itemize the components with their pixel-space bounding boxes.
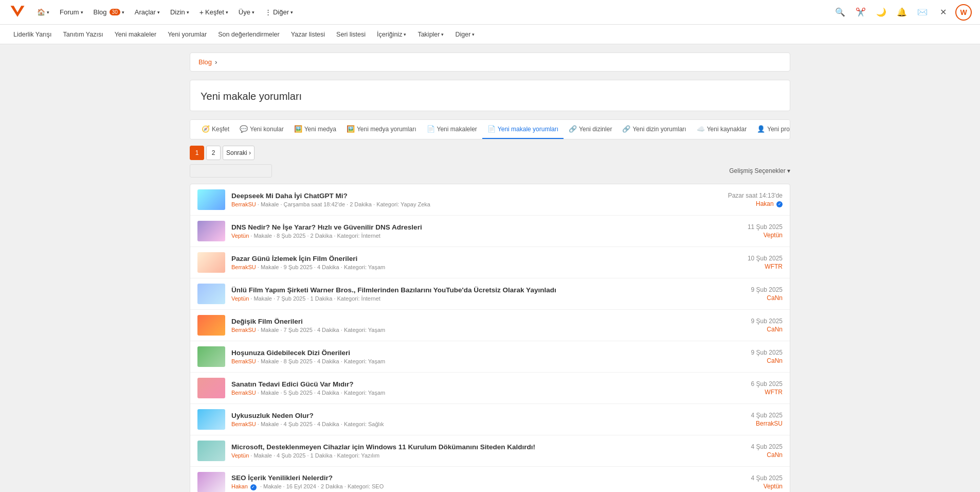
subnav-son-degerlendirmeler[interactable]: Son değerlendirmeler	[213, 25, 285, 44]
subnav-icerik[interactable]: İçeriğiniz ▾	[372, 25, 411, 44]
tab-kesfet[interactable]: 🧭 Keşfet	[196, 120, 234, 139]
next-page-button[interactable]: Sonraki ›	[223, 146, 255, 160]
article-right: 9 Şub 2025 CaNn	[736, 349, 783, 364]
nav-forum[interactable]: Forum ▾	[56, 0, 87, 25]
comment-user[interactable]: CaNn	[736, 357, 783, 364]
article-date: Pazar saat 14:13'de	[728, 192, 783, 199]
page-1-button[interactable]: 1	[190, 146, 204, 160]
article-title[interactable]: Microsoft, Desteklenmeyen Cihazlar için …	[231, 443, 730, 451]
search-button[interactable]: 🔍	[832, 4, 848, 21]
nav-kesfet[interactable]: + Keşfet ▾	[195, 0, 232, 25]
bell-icon[interactable]: 🔔	[894, 4, 910, 21]
article-author[interactable]: BerrakSU	[231, 264, 256, 270]
article-author[interactable]: BerrakSU	[231, 327, 256, 333]
tab-yeni-konular[interactable]: 💬 Yeni konular	[234, 120, 289, 139]
comment-user[interactable]: CaNn	[736, 294, 783, 302]
list-item: Pazar Günü İzlemek İçin Film Önerileri B…	[190, 247, 790, 278]
article-date: 4 Şub 2025	[736, 412, 783, 419]
subnav-yeni-yorumlar[interactable]: Yeni yorumlar	[162, 25, 212, 44]
article-date: 4 Şub 2025	[736, 475, 783, 482]
article-author[interactable]: BerrakSU	[231, 358, 256, 364]
tab-yeni-makale-yorumlari[interactable]: 📄 Yeni makale yorumları	[482, 120, 564, 139]
subnav-yeni-makaleler[interactable]: Yeni makaleler	[110, 25, 162, 44]
subnav-tanitim[interactable]: Tanıtım Yazısı	[58, 25, 108, 44]
logo[interactable]	[8, 2, 27, 22]
comment-user[interactable]: Veptün	[736, 232, 783, 239]
mail-icon[interactable]: ✉️	[914, 4, 931, 21]
forum-dropdown-icon: ▾	[81, 10, 83, 15]
tab-yeni-makaleler[interactable]: 📄 Yeni makaleler	[422, 120, 482, 139]
article-meta: BerrakSU · Makale · 5 Şub 2025 · 4 Dakik…	[231, 390, 730, 396]
close-icon[interactable]: ✕	[935, 4, 951, 21]
article-title[interactable]: Pazar Günü İzlemek İçin Film Önerileri	[231, 255, 730, 262]
blog-badge: 30	[110, 9, 120, 15]
article-right: 4 Şub 2025 BerrakSU	[736, 412, 783, 427]
list-item: DNS Nedir? Ne İşe Yarar? Hızlı ve Güveni…	[190, 216, 790, 247]
nav-blog[interactable]: Blog 30 ▾	[89, 0, 129, 25]
article-author[interactable]: BerrakSU	[231, 201, 256, 207]
article-author[interactable]: Veptün	[231, 233, 249, 239]
page-title-card: Yeni makale yorumları	[190, 80, 790, 111]
subnav-seri-listesi[interactable]: Seri listesi	[331, 25, 371, 44]
article-author[interactable]: BerrakSU	[231, 390, 256, 396]
article-meta: Veptün · Makale · 8 Şub 2025 · 2 Dakika …	[231, 233, 730, 239]
kesfet-tab-icon: 🧭	[202, 125, 210, 133]
comment-user[interactable]: CaNn	[736, 451, 783, 459]
comment-user[interactable]: CaNn	[736, 326, 783, 333]
article-title[interactable]: Ünlü Film Yapım Şirketi Warner Bros., Fi…	[231, 286, 730, 294]
page-title: Yeni makale yorumları	[201, 91, 779, 102]
article-title[interactable]: DNS Nedir? Ne İşe Yarar? Hızlı ve Güveni…	[231, 223, 730, 231]
subnav-yazar-listesi[interactable]: Yazar listesi	[286, 25, 330, 44]
search-input[interactable]	[190, 164, 272, 178]
comment-user[interactable]: WFTR	[736, 263, 783, 270]
nav-home[interactable]: 🏠 ▾	[33, 0, 53, 25]
article-author[interactable]: BerrakSU	[231, 421, 256, 427]
nav-dizin[interactable]: Dizin ▾	[166, 0, 193, 25]
article-author[interactable]: Veptün	[231, 452, 249, 459]
tab-kesfet-label: Keşfet	[212, 126, 229, 133]
article-thumbnail	[197, 221, 225, 241]
uye-dropdown-icon: ▾	[252, 10, 255, 15]
comment-user[interactable]: Hakan ✓	[728, 200, 783, 207]
tab-yeni-medya-yorumlari[interactable]: 🖼️ Yeni medya yorumları	[341, 120, 422, 139]
subnav-liderlik[interactable]: Liderlik Yarışı	[8, 25, 57, 44]
tab-yeni-medya-yorumlari-label: Yeni medya yorumları	[357, 126, 416, 133]
subnav-diger[interactable]: Diger ▾	[450, 25, 480, 44]
nav-araclar-label: Araçlar	[135, 8, 156, 16]
tab-yeni-kaynaklar[interactable]: ☁️ Yeni kaynaklar	[692, 120, 752, 139]
scissors-icon[interactable]: ✂️	[852, 4, 869, 21]
tab-yeni-dizin-yorumlari[interactable]: 🔗 Yeni dizin yorumları	[617, 120, 691, 139]
nav-araclar[interactable]: Araçlar ▾	[131, 0, 164, 25]
nav-uye[interactable]: Üye ▾	[234, 0, 259, 25]
advanced-options-button[interactable]: Gelişmiş Seçenekler ▾	[729, 167, 790, 174]
article-title[interactable]: Hoşunuza Gidebilecek Dizi Önerileri	[231, 349, 730, 357]
article-title[interactable]: Uykusuzluk Neden Olur?	[231, 412, 730, 419]
breadcrumb-blog-link[interactable]: Blog	[198, 58, 212, 66]
yeni-dizin-yorumlari-tab-icon: 🔗	[622, 125, 630, 133]
comment-user[interactable]: WFTR	[736, 389, 783, 396]
tab-yeni-dizinler[interactable]: 🔗 Yeni dizinler	[564, 120, 617, 139]
nav-forum-label: Forum	[60, 8, 79, 16]
yeni-makaleler-tab-icon: 📄	[427, 125, 435, 133]
article-thumbnail	[197, 284, 225, 304]
article-body: Sanatın Tedavi Edici Gücü Var Mıdır? Ber…	[231, 380, 730, 396]
page-2-button[interactable]: 2	[206, 146, 221, 160]
article-title[interactable]: SEO İçerik Yenilikleri Nelerdir?	[231, 474, 730, 482]
darkmode-icon[interactable]: 🌙	[873, 4, 890, 21]
article-author[interactable]: Hakan	[231, 483, 248, 489]
avatar[interactable]: W	[955, 4, 972, 21]
tab-yeni-profil-mesajlari[interactable]: 👤 Yeni profil mesajları	[752, 120, 790, 139]
subnav-takipler[interactable]: Takipler ▾	[412, 25, 449, 44]
article-title[interactable]: Sanatın Tedavi Edici Gücü Var Mıdır?	[231, 380, 730, 388]
article-date: 11 Şub 2025	[736, 223, 783, 231]
diger-dropdown-icon: ▾	[291, 10, 293, 15]
comment-user[interactable]: Veptün	[736, 483, 783, 490]
yeni-konular-tab-icon: 💬	[240, 125, 248, 133]
article-title[interactable]: Değişik Film Önerileri	[231, 318, 730, 325]
comment-user[interactable]: BerrakSU	[736, 420, 783, 427]
article-author[interactable]: Veptün	[231, 295, 249, 302]
article-title[interactable]: Deepseek Mi Daha İyi ChatGPT Mi?	[231, 192, 722, 200]
article-thumbnail	[197, 252, 225, 273]
tab-yeni-medya[interactable]: 🖼️ Yeni medya	[289, 120, 341, 139]
nav-diger[interactable]: ⋮ Diğer ▾	[261, 0, 297, 25]
